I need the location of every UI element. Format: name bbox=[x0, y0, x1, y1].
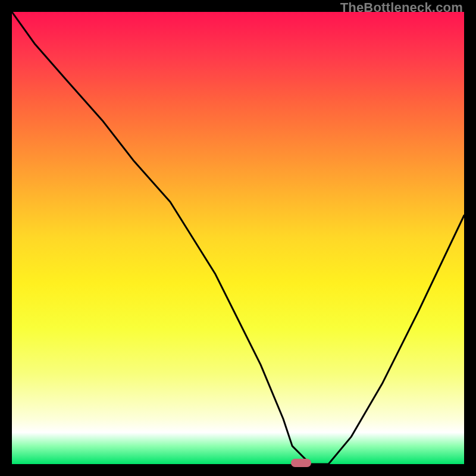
bottleneck-curve bbox=[12, 12, 464, 464]
optimal-marker bbox=[291, 459, 311, 467]
plot-area bbox=[12, 12, 464, 464]
chart-frame: TheBottleneck.com bbox=[0, 0, 476, 476]
